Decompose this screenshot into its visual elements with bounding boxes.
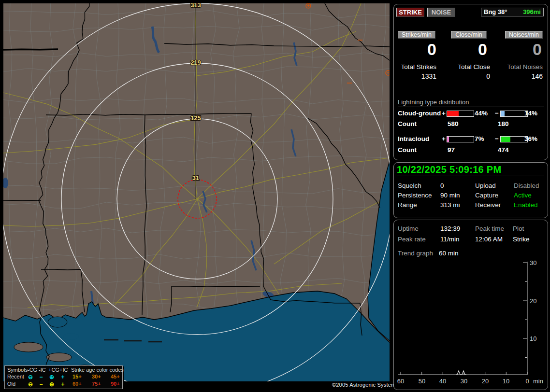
capture-status: Active [514, 192, 532, 199]
legend-col-plus-ic: +IC [59, 367, 68, 373]
legend-age-header: Strike age color codes [71, 367, 124, 373]
plus-cg-recent-icon: ⊕ [47, 374, 56, 380]
plus-ic-recent-icon: + [58, 374, 67, 380]
ring-label-125: 125 [190, 114, 201, 122]
map-canvas: 313 219 125 31 [3, 3, 390, 381]
total-noises-label: Total Noises [500, 63, 543, 70]
trend-tick-labels: 30 20 10 60 50 40 30 20 10 0 min [397, 259, 543, 385]
range-value: 313 mi [440, 201, 460, 209]
ic-count-label: Count [398, 146, 417, 154]
clock-divider [397, 176, 544, 176]
total-close-value: 0 [447, 72, 490, 80]
age-code-15: 15+ [72, 374, 82, 379]
receiver-status: Enabled [514, 201, 538, 209]
capture-label: Capture [475, 192, 498, 199]
cg-positive-bar [447, 111, 474, 117]
strike-map: 313 219 125 31 [3, 3, 390, 381]
total-close-label: Total Close [447, 63, 490, 70]
receiver-label: Receiver [475, 201, 501, 209]
age-code-75: 75+ [92, 381, 101, 387]
date-time-display: 10/22/2025 5:09:16 PM [397, 164, 501, 175]
y-tick-10: 10 [530, 335, 536, 342]
trend-graph: 30 20 10 60 50 40 30 20 10 0 min [394, 220, 548, 390]
clock-status-panel: 10/22/2025 5:09:16 PM Squelch 0 Upload D… [393, 162, 548, 218]
x-tick-40: 40 [439, 378, 446, 385]
cg-negative-count: 180 [498, 120, 509, 127]
close-per-min-header: Close/min [451, 31, 487, 39]
intracloud-label: Intracloud [398, 135, 429, 142]
legend-symbols-header: Symbols [7, 367, 28, 373]
close-per-min-value: 0 [447, 41, 487, 57]
plus-cg-old-icon: ⊕ [47, 381, 56, 388]
copyright-text: ©2005 Astrogenic Systems [332, 382, 398, 388]
bearing-distance: 396mi [523, 8, 541, 16]
ic-positive-count: 97 [448, 146, 455, 154]
distribution-header: Lightning type distribution [398, 98, 469, 106]
squelch-value: 0 [440, 182, 444, 189]
last-strike-bearing-display: Bng 38° 396mi [481, 8, 544, 16]
trend-series-line [456, 371, 466, 375]
age-code-90: 90+ [111, 381, 120, 387]
x-tick-50: 50 [419, 378, 425, 385]
range-label: Range [398, 201, 417, 209]
ic-plus-sign: + [442, 135, 446, 142]
persistence-label: Persistence [398, 192, 432, 199]
ic-negative-count: 474 [498, 146, 509, 154]
legend-col-minus-ic: -IC [39, 367, 46, 373]
total-strikes-value: 1331 [398, 72, 436, 80]
x-tick-0: 0 [525, 378, 529, 385]
minus-ic-old-icon: − [37, 381, 45, 388]
map-legend: Symbols -CG -IC +CG +IC Strike age color… [4, 365, 123, 389]
ic-negative-bar [500, 136, 528, 142]
strike-mode-button[interactable]: STRIKE [396, 8, 424, 17]
strikes-per-min-value: 0 [398, 41, 436, 57]
ring-label-31: 31 [192, 174, 199, 182]
legend-recent-label: Recent [7, 374, 24, 379]
x-tick-10: 10 [503, 378, 509, 385]
cloud-ground-label: Cloud-ground [398, 110, 441, 117]
squelch-label: Squelch [398, 182, 421, 189]
ring-label-313: 313 [190, 3, 201, 9]
age-code-45: 45+ [111, 374, 120, 379]
uptime-trend-panel: Uptime 132:39 Peak time Plot Peak rate 1… [393, 220, 548, 390]
cg-positive-count: 580 [448, 120, 459, 127]
cg-plus-sign: + [442, 110, 446, 117]
cg-negative-bar-fill [501, 111, 505, 116]
minus-cg-recent-icon: ⊖ [26, 374, 35, 380]
strike-stats-panel: STRIKE NOISE Bng 38° 396mi Strikes/min C… [393, 4, 548, 160]
persistence-value: 90 min [440, 192, 460, 199]
bearing-label: Bng 38° [484, 8, 507, 16]
x-axis-unit: min [533, 378, 543, 385]
ic-positive-bar [447, 136, 474, 142]
x-tick-60: 60 [397, 378, 404, 385]
age-code-30: 30+ [92, 374, 101, 379]
distribution-divider [398, 107, 544, 107]
cg-positive-bar-fill [447, 111, 459, 116]
noises-per-min-value: 0 [500, 41, 542, 57]
y-tick-20: 20 [530, 297, 536, 305]
ic-negative-bar-fill [501, 137, 510, 142]
x-tick-20: 20 [482, 378, 489, 385]
plus-ic-old-icon: + [58, 381, 67, 388]
ic-positive-bar-fill [447, 137, 449, 142]
total-noises-value: 146 [500, 72, 543, 80]
trend-axes [398, 262, 527, 375]
upload-status: Disabled [514, 182, 539, 189]
total-strikes-label: Total Strikes [398, 63, 436, 70]
legend-col-plus-cg: +CG [48, 367, 59, 373]
cg-negative-bar [500, 111, 528, 117]
y-tick-30: 30 [530, 259, 536, 266]
noises-per-min-header: Noises/min [505, 31, 543, 39]
cg-positive-pct: 44% [475, 110, 488, 117]
strikes-per-min-header: Strikes/min [398, 31, 435, 39]
app-window: 313 219 125 31 Symbols -CG -IC +CG +IC S… [0, 0, 550, 392]
ic-negative-pct: 36% [524, 135, 537, 142]
legend-old-label: Old [7, 381, 15, 387]
ic-positive-pct: 7% [475, 135, 484, 142]
minus-ic-recent-icon: − [37, 374, 45, 380]
ring-label-219: 219 [190, 59, 201, 66]
ic-minus-sign: − [495, 135, 499, 142]
noise-mode-button[interactable]: NOISE [427, 8, 455, 17]
cg-count-label: Count [398, 120, 417, 127]
upload-label: Upload [475, 182, 496, 189]
